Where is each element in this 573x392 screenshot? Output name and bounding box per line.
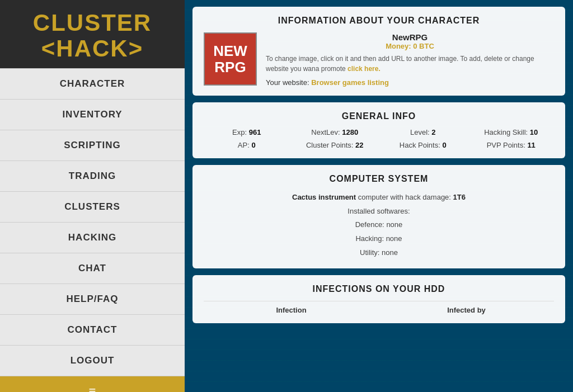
logo-line2: <HACK> — [6, 36, 179, 62]
stat-level: Level: 2 — [380, 128, 466, 136]
char-info: NewRPG Money: 0 BTC To change image, cli… — [266, 32, 554, 87]
char-desc: To change image, click on it and then ad… — [266, 54, 554, 74]
computer-system-title: COMPUTER SYSTEM — [204, 174, 554, 184]
utility-line: Utility: none — [204, 246, 554, 260]
sidebar-item-inventory[interactable]: INVENTORY — [0, 100, 185, 130]
infections-col1: Infection — [204, 306, 379, 314]
nav-list: CHARACTERINVENTORYSCRIPTINGTRADINGCLUSTE… — [0, 68, 185, 376]
infections-col2: Infected by — [379, 306, 554, 314]
character-card: INFORMATION ABOUT YOUR CHARACTER NEWRPG … — [192, 7, 565, 96]
sidebar-item-scripting[interactable]: SCRIPTING — [0, 130, 185, 161]
computer-name: Cactus instrument — [292, 193, 356, 201]
defence-label: Defence: — [355, 220, 384, 229]
defence-val: none — [386, 220, 402, 229]
logo-text: CLUSTER <HACK> — [6, 10, 179, 62]
general-info-title: GENERAL INFO — [204, 111, 554, 121]
website-label: Your website: — [266, 78, 309, 87]
stat-hackpoints: Hack Points: 0 — [380, 141, 466, 149]
infections-title: INFECTIONS ON YOUR HDD — [204, 284, 554, 294]
sidebar-item-contact[interactable]: CONTACT — [0, 315, 185, 346]
general-info-card: GENERAL INFO Exp: 961NextLev: 1280Level:… — [192, 102, 565, 158]
logo-line1: CLUSTER — [6, 10, 179, 36]
stat-hackingskill: Hacking Skill: 10 — [468, 128, 555, 136]
sidebar-item-helpfaq[interactable]: HELP/FAQ — [0, 284, 185, 315]
sidebar-item-hacking[interactable]: HACKING — [0, 223, 185, 253]
installed-label: Installed softwares: — [204, 205, 554, 219]
comp-system-content: Cactus instrument computer with hack dam… — [204, 191, 554, 259]
sidebar-item-chat[interactable]: CHAT — [0, 253, 185, 284]
computer-system-card: COMPUTER SYSTEM Cactus instrument comput… — [192, 165, 565, 268]
hamburger-bar[interactable]: ≡ — [0, 376, 185, 392]
char-website: Your website: Browser games listing — [266, 78, 554, 87]
hacking-val: none — [386, 234, 402, 243]
sidebar-item-character[interactable]: CHARACTER — [0, 68, 185, 100]
stat-ap: AP: 0 — [204, 141, 290, 149]
sidebar-item-logout[interactable]: LOGOUT — [0, 346, 185, 376]
infections-header: Infection Infected by — [204, 301, 554, 314]
char-name: NewRPG — [266, 32, 554, 42]
logo-area: CLUSTER <HACK> — [0, 0, 185, 68]
char-card-inner: NEWRPG NewRPG Money: 0 BTC To change ima… — [204, 32, 554, 87]
website-link[interactable]: Browser games listing — [311, 78, 389, 87]
infections-card: INFECTIONS ON YOUR HDD Infection Infecte… — [192, 275, 565, 323]
sidebar-item-clusters[interactable]: CLUSTERS — [0, 192, 185, 223]
hacking-line: Hacking: none — [204, 232, 554, 246]
defence-line: Defence: none — [204, 218, 554, 232]
hacking-label: Hacking: — [355, 234, 384, 243]
stat-pvppoints: PVP Points: 11 — [468, 141, 555, 149]
char-desc-text: To change image, click on it and then ad… — [266, 55, 534, 73]
hamburger-icon: ≡ — [89, 384, 96, 392]
stat-clusterpoints: Cluster Points: 22 — [292, 141, 378, 149]
char-money: Money: 0 BTC — [266, 42, 554, 50]
click-here-link[interactable]: click here. — [347, 65, 381, 73]
sidebar-item-trading[interactable]: TRADING — [0, 161, 185, 192]
main-content: INFORMATION ABOUT YOUR CHARACTER NEWRPG … — [185, 0, 573, 392]
character-card-title: INFORMATION ABOUT YOUR CHARACTER — [204, 16, 554, 26]
char-image[interactable]: NEWRPG — [204, 32, 257, 86]
gen-info-grid: Exp: 961NextLev: 1280Level: 2Hacking Ski… — [204, 128, 554, 149]
stat-exp: Exp: 961 — [204, 128, 290, 136]
hack-damage: 1T6 — [453, 193, 466, 201]
char-image-text: NEWRPG — [213, 43, 247, 75]
stat-nextlev: NextLev: 1280 — [292, 128, 378, 136]
comp-system-main: Cactus instrument computer with hack dam… — [204, 191, 554, 205]
utility-label: Utility: — [360, 248, 379, 257]
utility-val: none — [382, 248, 398, 257]
sidebar: CLUSTER <HACK> CHARACTERINVENTORYSCRIPTI… — [0, 0, 185, 392]
computer-desc: computer with hack damage: — [358, 193, 451, 201]
